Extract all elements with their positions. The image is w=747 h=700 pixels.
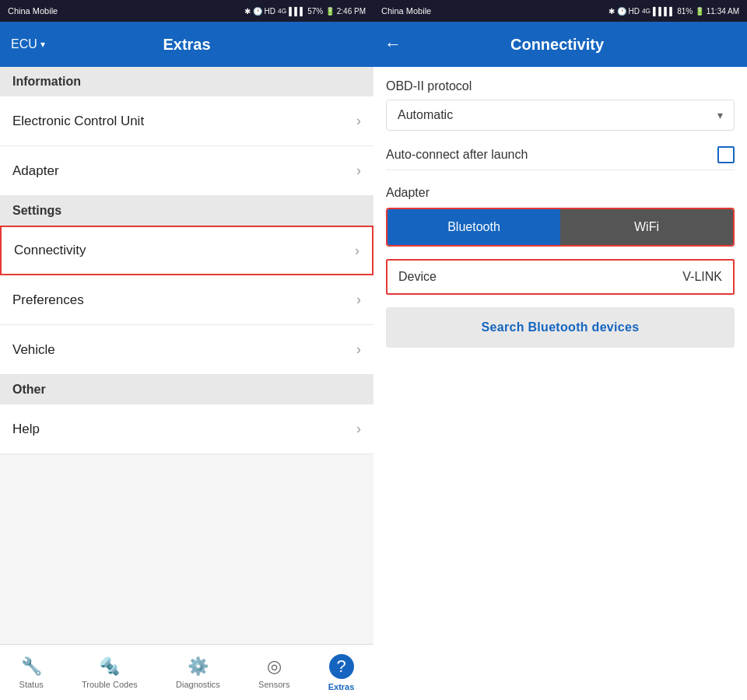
diagnostics-nav-label: Diagnostics bbox=[176, 680, 220, 689]
ecu-item-label: Electronic Control Unit bbox=[12, 114, 144, 129]
preferences-item-label: Preferences bbox=[12, 292, 84, 308]
device-field-label: Device bbox=[398, 270, 437, 284]
left-header-title: Extras bbox=[73, 36, 300, 54]
connectivity-content: OBD-II protocol Automatic ▾ Auto-connect… bbox=[374, 67, 747, 700]
trouble-codes-nav-icon: 🔩 bbox=[99, 656, 120, 677]
adapter-item-label: Adapter bbox=[12, 163, 59, 179]
left-carrier: China Mobile bbox=[8, 6, 58, 16]
auto-connect-row: Auto-connect after launch bbox=[386, 146, 735, 170]
help-item-label: Help bbox=[12, 422, 40, 437]
auto-connect-checkbox[interactable] bbox=[717, 146, 735, 163]
section-header-settings: Settings bbox=[0, 196, 374, 226]
left-status-bar: China Mobile ✱ 🕐 HD 4G ▌▌▌ 57% 🔋 2:46 PM bbox=[0, 0, 374, 22]
diagnostics-nav-icon: ⚙️ bbox=[188, 656, 209, 677]
sensors-nav-label: Sensors bbox=[258, 680, 289, 689]
ecu-chevron-right-icon: › bbox=[356, 113, 361, 129]
auto-connect-label: Auto-connect after launch bbox=[386, 148, 528, 162]
extras-nav-label: Extras bbox=[328, 682, 355, 691]
device-field-value: V-LINK bbox=[682, 270, 722, 284]
nav-item-diagnostics[interactable]: ⚙️ Diagnostics bbox=[170, 653, 226, 692]
tab-wifi-label: WiFi bbox=[634, 220, 659, 234]
preferences-chevron-right-icon: › bbox=[356, 292, 361, 308]
list-item-ecu[interactable]: Electronic Control Unit › bbox=[0, 96, 374, 146]
nav-item-extras[interactable]: ? Extras bbox=[322, 651, 361, 695]
list-item-help[interactable]: Help › bbox=[0, 404, 374, 454]
help-chevron-right-icon: › bbox=[356, 421, 361, 437]
extras-nav-icon: ? bbox=[329, 654, 354, 679]
left-bottom-nav: 🔧 Status 🔩 Trouble Codes ⚙️ Diagnostics … bbox=[0, 644, 374, 700]
adapter-section-label: Adapter bbox=[386, 186, 735, 200]
nav-item-sensors[interactable]: ◎ Sensors bbox=[252, 653, 296, 692]
list-item-adapter[interactable]: Adapter › bbox=[0, 146, 374, 196]
ecu-dropdown[interactable]: ECU ▾ bbox=[11, 37, 65, 51]
adapter-chevron-right-icon: › bbox=[356, 163, 361, 179]
adapter-section: Adapter Bluetooth WiFi bbox=[386, 186, 735, 247]
connectivity-chevron-right-icon: › bbox=[355, 243, 359, 259]
vehicle-item-label: Vehicle bbox=[12, 342, 55, 358]
back-button[interactable]: ← bbox=[384, 34, 402, 54]
status-nav-label: Status bbox=[19, 680, 44, 689]
tab-wifi[interactable]: WiFi bbox=[560, 209, 733, 245]
list-item-connectivity[interactable]: Connectivity › bbox=[0, 226, 374, 275]
left-panel: China Mobile ✱ 🕐 HD 4G ▌▌▌ 57% 🔋 2:46 PM… bbox=[0, 0, 374, 700]
left-status-icons: ✱ 🕐 HD 4G ▌▌▌ 57% 🔋 2:46 PM bbox=[244, 7, 366, 16]
nav-item-status[interactable]: 🔧 Status bbox=[13, 653, 50, 692]
status-nav-icon: 🔧 bbox=[21, 656, 42, 677]
left-header: ECU ▾ Extras bbox=[0, 22, 374, 67]
right-status-bar: China Mobile ✱ 🕐 HD 4G ▌▌▌▌ 81% 🔋 11:34 … bbox=[374, 0, 747, 22]
tab-bluetooth-label: Bluetooth bbox=[447, 220, 500, 234]
tab-bluetooth[interactable]: Bluetooth bbox=[388, 209, 560, 245]
section-header-information: Information bbox=[0, 67, 374, 96]
right-status-icons: ✱ 🕐 HD 4G ▌▌▌▌ 81% 🔋 11:34 AM bbox=[608, 7, 739, 16]
obd-protocol-chevron-down-icon: ▾ bbox=[717, 109, 723, 121]
ecu-label: ECU bbox=[11, 37, 37, 51]
right-carrier: China Mobile bbox=[381, 6, 431, 16]
obd-protocol-label: OBD-II protocol bbox=[386, 79, 735, 93]
connectivity-item-label: Connectivity bbox=[14, 243, 86, 258]
sensors-nav-icon: ◎ bbox=[267, 656, 282, 677]
search-bluetooth-button[interactable]: Search Bluetooth devices bbox=[386, 307, 735, 348]
list-item-preferences[interactable]: Preferences › bbox=[0, 275, 374, 325]
right-header: ← Connectivity bbox=[374, 22, 747, 67]
device-row[interactable]: Device V-LINK bbox=[386, 259, 735, 295]
right-panel: China Mobile ✱ 🕐 HD 4G ▌▌▌▌ 81% 🔋 11:34 … bbox=[374, 0, 747, 700]
nav-item-trouble-codes[interactable]: 🔩 Trouble Codes bbox=[75, 653, 144, 692]
ecu-chevron-down-icon: ▾ bbox=[40, 39, 45, 50]
adapter-tab-row: Bluetooth WiFi bbox=[386, 208, 735, 247]
right-header-title: Connectivity bbox=[409, 36, 705, 54]
obd-protocol-value: Automatic bbox=[398, 108, 453, 122]
left-content: Information Electronic Control Unit › Ad… bbox=[0, 67, 374, 644]
vehicle-chevron-right-icon: › bbox=[356, 341, 361, 358]
obd-protocol-dropdown[interactable]: Automatic ▾ bbox=[386, 100, 735, 131]
trouble-codes-nav-label: Trouble Codes bbox=[82, 680, 138, 689]
section-header-other: Other bbox=[0, 375, 374, 404]
list-item-vehicle[interactable]: Vehicle › bbox=[0, 325, 374, 375]
